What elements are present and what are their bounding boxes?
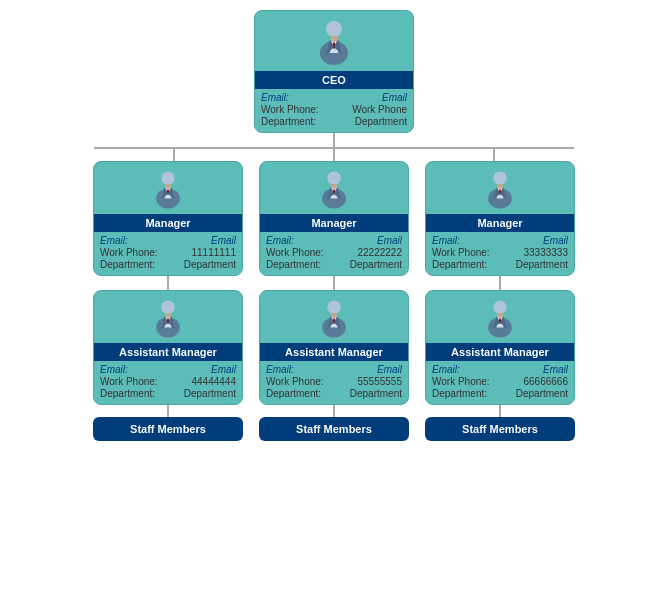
a3-phone-row: Work Phone: 66666666 xyxy=(432,376,568,387)
ceo-card: CEO Email: Email Work Phone: Work Phone … xyxy=(254,10,414,133)
m1-email-value: Email xyxy=(211,235,236,246)
org-chart: CEO Email: Email Work Phone: Work Phone … xyxy=(10,10,658,441)
manager1-avatar xyxy=(140,162,196,214)
assistant1-name-bar: Assistant Manager xyxy=(94,343,242,361)
assistant3-icon xyxy=(478,297,522,341)
m3-dept-label: Department: xyxy=(432,259,487,270)
manager1-icon xyxy=(146,168,190,212)
manager3-name-bar: Manager xyxy=(426,214,574,232)
manager3-icon xyxy=(478,168,522,212)
staff1-bar[interactable]: Staff Members xyxy=(93,417,243,441)
a2-phone-value: 55555555 xyxy=(358,376,403,387)
staff2-bar[interactable]: Staff Members xyxy=(259,417,409,441)
svg-point-21 xyxy=(493,171,507,185)
a1-vline xyxy=(167,405,169,417)
ceo-person-icon xyxy=(308,17,360,69)
right-branch-top xyxy=(414,147,574,161)
m2-email-value: Email xyxy=(377,235,402,246)
assistant2-col: Assistant Manager Email: Email Work Phon… xyxy=(259,290,409,441)
ceo-dept-row: Department: Department xyxy=(261,116,407,127)
m3-phone-row: Work Phone: 33333333 xyxy=(432,247,568,258)
assistant2-info: Email: Email Work Phone: 55555555 Depart… xyxy=(260,361,408,404)
m1-dept-label: Department: xyxy=(100,259,155,270)
ceo-vline xyxy=(333,133,335,147)
m3-email-label: Email: xyxy=(432,235,460,246)
a1-phone-value: 44444444 xyxy=(192,376,237,387)
a1-email-label: Email: xyxy=(100,364,128,375)
manager3-card: Manager Email: Email Work Phone: 3333333… xyxy=(425,161,575,276)
ceo-avatar xyxy=(302,11,366,71)
m2-phone-value: 22222222 xyxy=(358,247,403,258)
m3-email-row: Email: Email xyxy=(432,235,568,246)
ceo-phone-value: Work Phone xyxy=(352,104,407,115)
a1-dept-label: Department: xyxy=(100,388,155,399)
manager-hconnector xyxy=(94,147,574,161)
manager1-name-bar: Manager xyxy=(94,214,242,232)
a2-vline xyxy=(333,405,335,417)
manager2-card: Manager Email: Email Work Phone: 2222222… xyxy=(259,161,409,276)
svg-rect-27 xyxy=(497,184,502,188)
assistant2-title: Assistant Manager xyxy=(285,346,383,358)
assistant1-avatar xyxy=(140,291,196,343)
assistant1-title: Assistant Manager xyxy=(119,346,217,358)
manager3-info: Email: Email Work Phone: 33333333 Depart… xyxy=(426,232,574,275)
m3-dept-row: Department: Department xyxy=(432,259,568,270)
svg-rect-6 xyxy=(331,36,337,41)
assistant1-icon xyxy=(146,297,190,341)
assistant3-col: Assistant Manager Email: Email Work Phon… xyxy=(425,290,575,441)
a3-dept-value: Department xyxy=(516,388,568,399)
assistant1-info: Email: Email Work Phone: 44444444 Depart… xyxy=(94,361,242,404)
m3-phone-value: 33333333 xyxy=(524,247,569,258)
m2-dept-label: Department: xyxy=(266,259,321,270)
ceo-dept-label: Department: xyxy=(261,116,316,127)
manager3-title: Manager xyxy=(477,217,522,229)
a3-phone-value: 66666666 xyxy=(524,376,569,387)
m2-dept-value: Department xyxy=(350,259,402,270)
manager2-icon xyxy=(312,168,356,212)
ceo-dept-value: Department xyxy=(355,116,407,127)
a2-dept-row: Department: Department xyxy=(266,388,402,399)
staff3-label: Staff Members xyxy=(462,423,538,435)
m1-email-row: Email: Email xyxy=(100,235,236,246)
assistant1-col: Assistant Manager Email: Email Work Phon… xyxy=(93,290,243,441)
a3-dept-row: Department: Department xyxy=(432,388,568,399)
ceo-info: Email: Email Work Phone: Work Phone Depa… xyxy=(255,89,413,132)
a2-email-row: Email: Email xyxy=(266,364,402,375)
a2-dept-label: Department: xyxy=(266,388,321,399)
assistant2-name-bar: Assistant Manager xyxy=(260,343,408,361)
m1-vline xyxy=(167,276,169,290)
manager1-col: Manager Email: Email Work Phone: 1111111… xyxy=(93,161,243,290)
manager2-name-bar: Manager xyxy=(260,214,408,232)
svg-point-35 xyxy=(327,300,341,314)
staff3-bar[interactable]: Staff Members xyxy=(425,417,575,441)
m1-phone-row: Work Phone: 11111111 xyxy=(100,247,236,258)
m1-phone-value: 11111111 xyxy=(192,247,237,258)
svg-point-28 xyxy=(161,300,175,314)
svg-rect-13 xyxy=(165,184,170,188)
assistant2-icon xyxy=(312,297,356,341)
a2-phone-label: Work Phone: xyxy=(266,376,324,387)
a2-email-value: Email xyxy=(377,364,402,375)
a2-phone-row: Work Phone: 55555555 xyxy=(266,376,402,387)
ceo-email-label: Email: xyxy=(261,92,289,103)
a1-email-row: Email: Email xyxy=(100,364,236,375)
a3-email-row: Email: Email xyxy=(432,364,568,375)
m1-dept-value: Department xyxy=(184,259,236,270)
assistant3-avatar xyxy=(472,291,528,343)
right-v-line xyxy=(493,149,495,161)
m3-phone-label: Work Phone: xyxy=(432,247,490,258)
assistant2-avatar xyxy=(306,291,362,343)
m2-phone-row: Work Phone: 22222222 xyxy=(266,247,402,258)
a3-email-value: Email xyxy=(543,364,568,375)
a1-email-value: Email xyxy=(211,364,236,375)
m1-email-label: Email: xyxy=(100,235,128,246)
a3-vline xyxy=(499,405,501,417)
managers-row: Manager Email: Email Work Phone: 1111111… xyxy=(14,161,654,290)
a3-phone-label: Work Phone: xyxy=(432,376,490,387)
manager3-col: Manager Email: Email Work Phone: 3333333… xyxy=(425,161,575,290)
svg-point-14 xyxy=(327,171,341,185)
assistant3-card: Assistant Manager Email: Email Work Phon… xyxy=(425,290,575,405)
manager2-title: Manager xyxy=(311,217,356,229)
ceo-phone-row: Work Phone: Work Phone xyxy=(261,104,407,115)
svg-rect-20 xyxy=(331,184,336,188)
